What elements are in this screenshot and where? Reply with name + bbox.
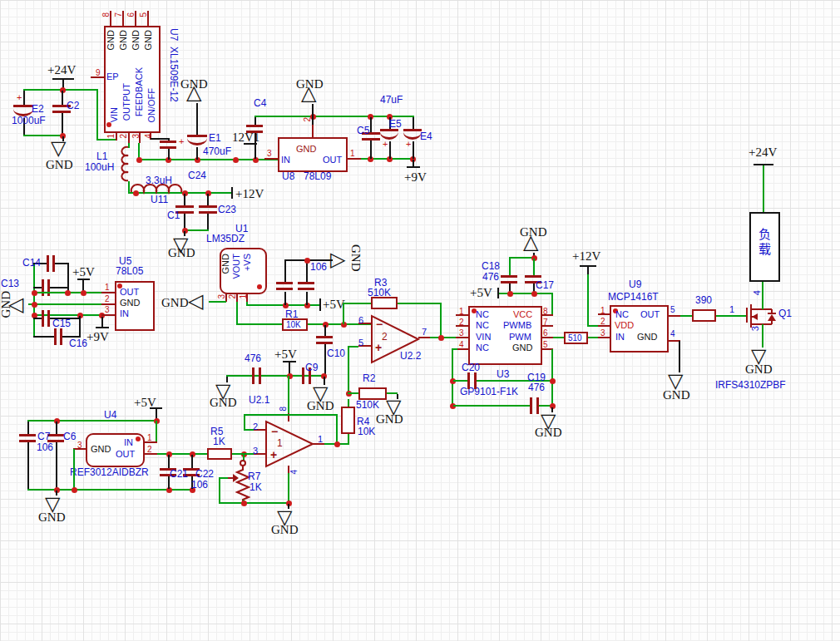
pin-number: 1 — [105, 284, 110, 292]
wire — [306, 292, 308, 305]
ref-c24: C24 — [188, 170, 206, 180]
net-label-gnd: GND — [307, 400, 334, 412]
wire — [679, 341, 680, 372]
capacitor-plate — [403, 129, 422, 131]
value-c-u1: 106 — [310, 262, 327, 272]
part-u7: XL1509E-12 — [169, 47, 179, 102]
part-u4: REF3012AIDBZR — [70, 467, 149, 477]
inductor-l1[interactable] — [121, 146, 135, 183]
pin — [264, 158, 278, 160]
pin-name-vin: VIN — [110, 107, 119, 122]
pin-number: 4 — [290, 470, 299, 475]
value-c19: 476 — [528, 382, 545, 392]
value-l1: 100uH — [85, 162, 114, 172]
pin-name-nc: NC — [615, 310, 629, 319]
pin-number: 6 — [543, 329, 548, 338]
resistor-r4[interactable] — [341, 407, 355, 434]
pin-number: 1 — [318, 435, 323, 444]
capacitor-plate — [42, 279, 44, 296]
pin-number: 3 — [132, 134, 141, 139]
junction-dot — [32, 290, 37, 296]
pin-number: 3 — [267, 150, 272, 158]
pin-name-gnd: GND — [91, 445, 111, 454]
wire — [33, 336, 54, 338]
pin-number: 3 — [218, 294, 226, 299]
power-tick — [407, 166, 420, 168]
net-label-24v: +24V — [47, 64, 76, 76]
wire — [196, 147, 198, 160]
wire — [306, 261, 308, 282]
net-label-gnd: GND — [210, 397, 237, 409]
gnd-symbol-icon: ◁ — [8, 294, 23, 314]
wire — [324, 325, 326, 336]
part-u9: MCP1416T — [608, 292, 659, 302]
value-r7: 1K — [250, 482, 262, 492]
pin-name-gnd: GND — [512, 343, 532, 353]
wire — [413, 160, 414, 166]
capacitor-plate — [199, 205, 217, 208]
noninverting-input-icon: + — [270, 449, 277, 461]
junction-dot — [72, 487, 77, 493]
capacitor-plate — [187, 138, 207, 145]
wire — [343, 304, 344, 324]
wire — [56, 442, 57, 490]
pin-name-gnd: GND — [637, 333, 657, 342]
ref-c2: C2 — [67, 101, 79, 111]
value-r4: 10K — [358, 427, 375, 436]
pin-number: 3 — [751, 326, 760, 331]
pin-number: 2 — [600, 318, 605, 326]
pin-name-vin: VIN — [476, 333, 491, 342]
ref-l1: L1 — [96, 151, 107, 161]
net-label-gnd: GND — [349, 244, 362, 272]
capacitor-plate — [47, 255, 49, 272]
wire — [348, 392, 358, 394]
opamp-section: 1 — [277, 438, 283, 448]
ref-c18: C18 — [482, 261, 500, 271]
wire — [348, 347, 349, 394]
pin — [128, 133, 130, 143]
ref-c17: C17 — [536, 280, 554, 290]
power-tick — [231, 187, 233, 199]
pin-name-out: OUT — [640, 310, 660, 319]
value-510: 510 — [568, 334, 582, 343]
wire — [288, 376, 289, 413]
pin-number: 9 — [96, 69, 101, 77]
gnd-symbol-icon: ▷ — [330, 249, 345, 269]
resistor-r5[interactable] — [207, 448, 232, 460]
wire — [244, 414, 245, 430]
gnd-symbol-icon: ◁ — [188, 291, 203, 311]
pin-name-vout: VOUT — [232, 254, 241, 279]
capacitor-plate — [19, 434, 36, 436]
part-u1: LM35DZ — [206, 234, 245, 244]
value-e2: 1000uF — [12, 116, 46, 126]
pin-number: 1 — [107, 134, 116, 139]
wire — [27, 442, 29, 490]
capacitor-plate — [298, 282, 314, 284]
capacitor-plate — [276, 288, 293, 290]
net-label-9v: +9V — [86, 331, 109, 343]
ref-e4: E4 — [420, 131, 432, 141]
wire — [238, 323, 282, 325]
schematic-canvas: +24V + E2 1000uF C2 ▽ GND 8 7 6 5 GND GN… — [0, 0, 840, 641]
capacitor-plate — [42, 310, 44, 327]
wire — [551, 293, 553, 316]
wire — [79, 317, 81, 338]
ref-u2-1: U2.1 — [249, 395, 269, 405]
load-label: 负载 — [758, 228, 770, 258]
resistor-390[interactable] — [692, 309, 716, 322]
wire — [440, 303, 442, 338]
ref-r7: R7 — [248, 471, 260, 481]
wire — [96, 89, 98, 141]
net-label-9v: +9V — [404, 171, 427, 184]
wire — [312, 104, 314, 125]
resistor-r3[interactable] — [371, 297, 398, 309]
junction-dot — [507, 291, 513, 297]
value-r1: 10K — [286, 321, 301, 329]
pin-name-gnd: GND — [296, 145, 316, 154]
wire — [284, 261, 286, 282]
wire — [343, 303, 371, 304]
resistor-r2[interactable] — [358, 387, 387, 400]
pin-name-feedback: FEEDBACK — [135, 67, 144, 116]
pin — [116, 133, 117, 141]
polarity-plus-icon: + — [406, 140, 411, 149]
